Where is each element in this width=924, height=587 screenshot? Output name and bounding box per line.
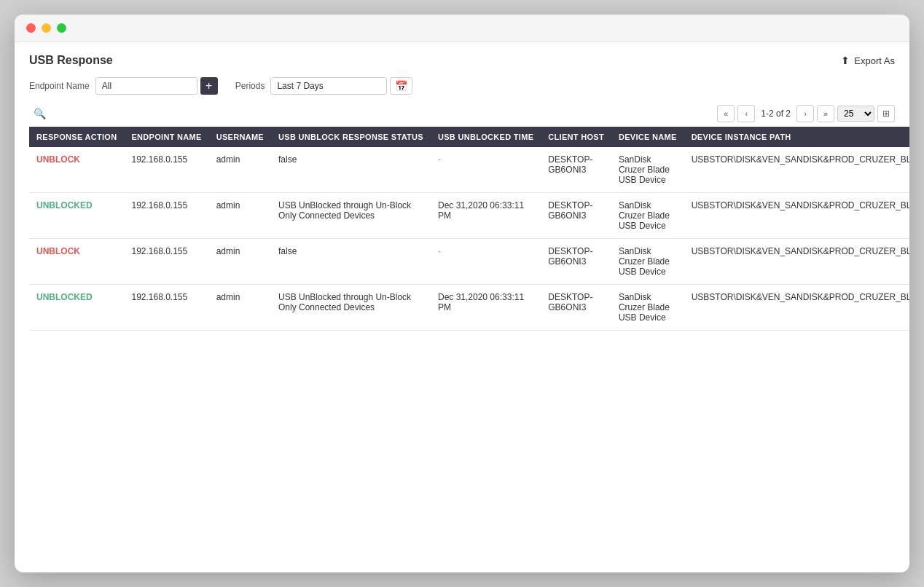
filters-bar: Endpoint Name + Periods 📅: [29, 77, 895, 95]
cell-device-instance-path: USBSTOR\DISK&VEN_SANDISK&PROD_CRUZER_BLA…: [684, 285, 909, 331]
cell-device-name: SanDisk Cruzer Blade USB Device: [611, 285, 684, 331]
endpoint-filter-group: Endpoint Name +: [29, 77, 218, 95]
cell-username: admin: [209, 193, 271, 239]
cell-response-action: UNBLOCKED: [29, 285, 124, 331]
export-icon: ⬆: [841, 55, 850, 66]
cell-usb-status: USB UnBlocked through Un-Block Only Conn…: [271, 193, 431, 239]
per-page-select[interactable]: 25 50 100: [837, 106, 874, 122]
table-header: RESPONSE ACTION ENDPOINT NAME USERNAME U…: [29, 127, 909, 147]
last-page-button[interactable]: »: [817, 105, 834, 122]
first-page-button[interactable]: «: [717, 105, 735, 122]
page-info: 1-2 of 2: [758, 109, 794, 119]
cell-unblocked-time: -: [431, 239, 541, 285]
table-row: UNBLOCKED 192.168.0.155 admin USB UnBloc…: [29, 285, 909, 331]
page-title: USB Response: [29, 54, 113, 67]
cell-unblocked-time: -: [431, 147, 541, 193]
cell-device-instance-path: USBSTOR\DISK&VEN_SANDISK&PROD_CRUZER_BLA…: [684, 147, 909, 193]
cell-username: admin: [209, 147, 271, 193]
col-username: USERNAME: [209, 127, 271, 147]
col-usb-unblock-status: USB UNBLOCK RESPONSE STATUS: [271, 127, 431, 147]
table-row: UNBLOCKED 192.168.0.155 admin USB UnBloc…: [29, 193, 909, 239]
cell-device-instance-path: USBSTOR\DISK&VEN_SANDISK&PROD_CRUZER_BLA…: [684, 239, 909, 285]
col-device-instance-path: DEVICE INSTANCE PATH: [684, 127, 909, 147]
period-input-wrapper: 📅: [270, 77, 412, 95]
cell-client-host: DESKTOP-GB6ONI3: [541, 147, 611, 193]
cell-response-action: UNBLOCK: [29, 147, 124, 193]
app-window: USB Response ⬆ Export As Endpoint Name +…: [15, 15, 909, 572]
cell-device-instance-path: USBSTOR\DISK&VEN_SANDISK&PROD_CRUZER_BLA…: [684, 193, 909, 239]
periods-filter-group: Periods 📅: [235, 77, 413, 95]
cell-username: admin: [209, 239, 271, 285]
col-usb-unblocked-time: USB UNBLOCKED TIME: [431, 127, 541, 147]
cell-client-host: DESKTOP-GB6ONI3: [541, 193, 611, 239]
endpoint-input[interactable]: [95, 77, 197, 95]
cell-device-name: SanDisk Cruzer Blade USB Device: [611, 239, 684, 285]
cell-username: admin: [209, 285, 271, 331]
endpoint-label: Endpoint Name: [29, 81, 90, 91]
main-content: USB Response ⬆ Export As Endpoint Name +…: [15, 42, 909, 572]
table-row: UNBLOCK 192.168.0.155 admin false - DESK…: [29, 239, 909, 285]
cell-response-action: UNBLOCK: [29, 239, 124, 285]
table-row: UNBLOCK 192.168.0.155 admin false - DESK…: [29, 147, 909, 193]
cell-endpoint-name: 192.168.0.155: [124, 239, 208, 285]
period-input[interactable]: [270, 77, 387, 95]
export-label: Export As: [854, 55, 895, 66]
col-device-name: DEVICE NAME: [611, 127, 684, 147]
endpoint-input-wrapper: +: [95, 77, 218, 95]
search-icon[interactable]: 🔍: [29, 103, 50, 124]
cell-response-action: UNBLOCKED: [29, 193, 124, 239]
cell-unblocked-time: Dec 31,2020 06:33:11 PM: [431, 193, 541, 239]
export-button[interactable]: ⬆ Export As: [841, 55, 895, 66]
col-endpoint-name: ENDPOINT NAME: [124, 127, 208, 147]
cell-endpoint-name: 192.168.0.155: [124, 193, 208, 239]
col-client-host: CLIENT HOST: [541, 127, 611, 147]
cell-unblocked-time: Dec 31,2020 06:33:11 PM: [431, 285, 541, 331]
periods-label: Periods: [235, 81, 265, 91]
usb-response-table: RESPONSE ACTION ENDPOINT NAME USERNAME U…: [29, 127, 909, 331]
maximize-button[interactable]: [57, 23, 66, 33]
prev-page-button[interactable]: ‹: [737, 105, 755, 122]
cell-client-host: DESKTOP-GB6ONI3: [541, 285, 611, 331]
column-picker-button[interactable]: ⊞: [877, 105, 895, 122]
add-endpoint-button[interactable]: +: [200, 77, 218, 95]
cell-usb-status: USB UnBlocked through Un-Block Only Conn…: [271, 285, 431, 331]
page-header: USB Response ⬆ Export As: [29, 54, 895, 67]
col-response-action: RESPONSE ACTION: [29, 127, 124, 147]
cell-device-name: SanDisk Cruzer Blade USB Device: [611, 147, 684, 193]
title-bar: [15, 15, 909, 42]
cell-endpoint-name: 192.168.0.155: [124, 147, 208, 193]
table-toolbar: 🔍 « ‹ 1-2 of 2 › » 25 50 100 ⊞: [29, 103, 895, 124]
calendar-button[interactable]: 📅: [390, 77, 412, 95]
table-body: UNBLOCK 192.168.0.155 admin false - DESK…: [29, 147, 909, 331]
cell-usb-status: false: [271, 239, 431, 285]
cell-client-host: DESKTOP-GB6ONI3: [541, 239, 611, 285]
cell-endpoint-name: 192.168.0.155: [124, 285, 208, 331]
minimize-button[interactable]: [42, 23, 51, 33]
close-button[interactable]: [26, 23, 36, 33]
cell-usb-status: false: [271, 147, 431, 193]
cell-device-name: SanDisk Cruzer Blade USB Device: [611, 193, 684, 239]
next-page-button[interactable]: ›: [796, 105, 814, 122]
pagination-controls: « ‹ 1-2 of 2 › » 25 50 100 ⊞: [717, 105, 895, 122]
